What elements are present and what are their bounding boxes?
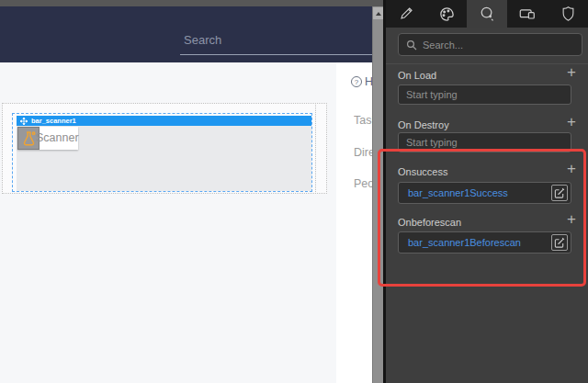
tab-events[interactable] [467, 0, 507, 28]
panel-search-box[interactable] [398, 33, 582, 56]
question-circle-icon: ? [351, 76, 362, 87]
edit-icon [554, 237, 565, 248]
add-onload-button[interactable]: + [562, 65, 581, 80]
edit-icon [554, 187, 565, 198]
pencil-icon [398, 6, 414, 22]
app-navbar: Search [0, 6, 386, 62]
onsuccess-edit-button[interactable] [551, 185, 568, 201]
panel-search-input[interactable] [423, 39, 560, 51]
add-onbeforescan-button[interactable]: + [562, 212, 581, 227]
scanner-widget[interactable]: Scanner [17, 127, 78, 150]
onbeforescan-value[interactable]: bar_scanner1Beforescan [408, 237, 521, 248]
panel-divider [386, 63, 588, 64]
container-column-divider [315, 103, 316, 194]
search-icon [406, 39, 417, 51]
onload-input[interactable] [398, 84, 571, 105]
events-icon [479, 6, 496, 23]
canvas-label-people: Peo [354, 177, 373, 190]
tab-styles[interactable] [426, 0, 467, 28]
window-top-strip [0, 0, 386, 6]
palette-icon [438, 6, 456, 23]
widget-name-label: bar_scanner1 [31, 117, 76, 125]
event-label-ondestroy: On Destroy [398, 119, 449, 130]
panel-tabbar [386, 0, 588, 28]
widget-selection-bar[interactable]: bar_scanner1 [17, 116, 311, 126]
barcode-scanner-icon [21, 130, 37, 147]
event-label-onload: On Load [398, 70, 436, 81]
canvas-label-tasks: Task [354, 114, 373, 127]
onsuccess-value[interactable]: bar_scanner1Success [408, 187, 508, 198]
ondestroy-input[interactable] [398, 132, 571, 152]
onsuccess-field[interactable]: bar_scanner1Success [398, 182, 571, 204]
scanner-widget-caption: Scanner [36, 127, 79, 150]
onbeforescan-field[interactable]: bar_scanner1Beforescan [398, 231, 571, 253]
add-ondestroy-button[interactable]: + [562, 115, 581, 130]
event-label-onsuccess: Onsuccess [398, 166, 447, 177]
add-onsuccess-button[interactable]: + [562, 162, 581, 176]
event-label-onbeforescan: Onbeforescan [398, 217, 461, 228]
tab-markup[interactable] [386, 0, 426, 28]
devices-icon [518, 6, 537, 22]
tab-security[interactable] [548, 0, 588, 28]
canvas-label-directory: Dire [354, 146, 373, 159]
move-icon[interactable] [20, 118, 28, 125]
tab-devices[interactable] [507, 0, 548, 28]
onbeforescan-edit-button[interactable] [551, 234, 568, 251]
canvas-vertical-scrollbar[interactable] [372, 6, 383, 383]
properties-panel: On Load + On Destroy + Onsuccess + bar_s… [383, 0, 588, 383]
shield-icon [560, 6, 576, 22]
navbar-search-input[interactable]: Search [180, 31, 386, 55]
design-canvas: bar_scanner1 Scanner Task Dire Peo ? H [0, 62, 386, 383]
chevron-up-icon [376, 12, 381, 16]
